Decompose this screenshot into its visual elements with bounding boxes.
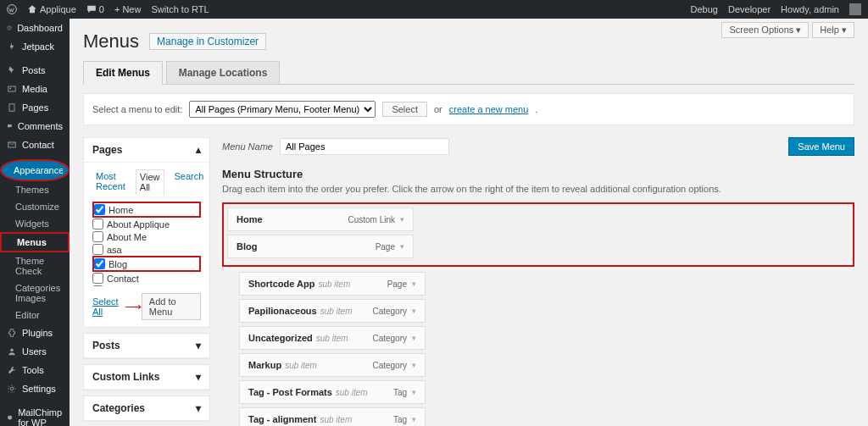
chevron-down-icon[interactable]: ▾ bbox=[412, 279, 416, 288]
svg-point-7 bbox=[10, 387, 14, 390]
new-content[interactable]: + New bbox=[114, 4, 141, 14]
menu-item-papilionaceous[interactable]: Papilionaceoussub itemCategory▾ bbox=[239, 299, 426, 323]
svg-point-3 bbox=[9, 88, 11, 90]
sidebar-item-pages[interactable]: Pages bbox=[0, 98, 70, 117]
checkbox[interactable] bbox=[92, 231, 103, 242]
pages-accordion: Pages▴ Most Recent View All Search Home … bbox=[83, 137, 210, 328]
developer-link[interactable]: Developer bbox=[728, 4, 771, 14]
wp-logo-icon[interactable] bbox=[7, 4, 17, 14]
select-button[interactable]: Select bbox=[382, 102, 427, 117]
chevron-down-icon[interactable]: ▾ bbox=[412, 334, 416, 342]
chevron-down-icon[interactable]: ▾ bbox=[400, 242, 404, 251]
menu-structure-heading: Menu Structure bbox=[222, 168, 854, 180]
arrow-annotation: ⟶ bbox=[125, 300, 142, 313]
sidebar-item-users[interactable]: Users bbox=[0, 342, 70, 361]
chevron-down-icon[interactable]: ▾ bbox=[412, 388, 416, 396]
nav-tabs: Edit Menus Manage Locations bbox=[83, 61, 854, 85]
sidebar-sub-theme-check[interactable]: Theme Check bbox=[0, 252, 70, 279]
page-check-blog[interactable]: Blog bbox=[92, 256, 201, 272]
sidebar-item-posts[interactable]: Posts bbox=[0, 61, 70, 80]
page-check-contact-other[interactable]: Contact Other bbox=[92, 285, 201, 286]
page-check-home[interactable]: Home bbox=[92, 202, 201, 218]
tab-view-all[interactable]: View All bbox=[136, 169, 164, 195]
sidebar-item-media[interactable]: Media bbox=[0, 80, 70, 98]
menu-item-markup[interactable]: Markupsub itemCategory▾ bbox=[239, 353, 426, 377]
sidebar-sub-categories-images[interactable]: Categories Images bbox=[0, 279, 70, 307]
tab-manage-locations[interactable]: Manage Locations bbox=[166, 61, 281, 84]
menu-item-tag---alignment[interactable]: Tag - alignmentsub itemTag▾ bbox=[239, 407, 426, 426]
menu-item-uncategorized[interactable]: Uncategorizedsub itemCategory▾ bbox=[239, 326, 426, 350]
create-new-menu-link[interactable]: create a new menu bbox=[449, 104, 529, 114]
page-check-asa[interactable]: asa bbox=[92, 243, 201, 256]
plugin-icon bbox=[7, 328, 17, 338]
site-name[interactable]: Applique bbox=[27, 4, 76, 14]
sidebar-sub-editor[interactable]: Editor bbox=[0, 307, 70, 324]
menu-select[interactable]: All Pages (Primary Menu, Footer Menu) bbox=[189, 101, 376, 118]
custom-links-accordion-head[interactable]: Custom Links▾ bbox=[84, 365, 209, 390]
posts-accordion-head[interactable]: Posts▾ bbox=[84, 334, 209, 358]
debug-link[interactable]: Debug bbox=[691, 4, 718, 14]
checkbox[interactable] bbox=[92, 219, 103, 230]
sidebar-item-mailchimp-for-wp[interactable]: MailChimp for WP bbox=[0, 403, 70, 426]
page-check-about-applique[interactable]: About Applique bbox=[92, 218, 201, 230]
menu-item-home[interactable]: HomeCustom Link▾ bbox=[227, 207, 414, 231]
screen-options-toggle[interactable]: Screen Options ▾ bbox=[721, 22, 809, 38]
svg-rect-2 bbox=[8, 86, 15, 91]
save-menu-button[interactable]: Save Menu bbox=[788, 137, 854, 156]
select-menu-label: Select a menu to edit: bbox=[92, 104, 182, 114]
pin-icon bbox=[7, 65, 17, 75]
svg-point-8 bbox=[8, 415, 12, 419]
howdy-user[interactable]: Howdy, admin bbox=[781, 4, 839, 14]
comments-count[interactable]: 0 bbox=[86, 4, 104, 14]
avatar[interactable] bbox=[849, 3, 861, 15]
chevron-down-icon[interactable]: ▾ bbox=[412, 361, 416, 369]
tab-edit-menus[interactable]: Edit Menus bbox=[83, 61, 163, 85]
sidebar-item-settings[interactable]: Settings bbox=[0, 379, 70, 398]
chevron-down-icon: ▾ bbox=[196, 340, 201, 351]
menu-item-blog[interactable]: BlogPage▾ bbox=[227, 235, 414, 258]
menu-name-input[interactable] bbox=[280, 138, 449, 155]
checkbox[interactable] bbox=[94, 204, 105, 215]
page-check-about-me[interactable]: About Me bbox=[92, 230, 201, 243]
or-text: or bbox=[434, 104, 442, 114]
sidebar-item-contact[interactable]: Contact bbox=[0, 136, 70, 154]
help-toggle[interactable]: Help ▾ bbox=[812, 22, 854, 38]
chevron-down-icon: ▾ bbox=[196, 402, 201, 414]
checkbox[interactable] bbox=[94, 258, 105, 269]
dashboard-icon bbox=[7, 23, 12, 33]
chevron-down-icon[interactable]: ▾ bbox=[412, 415, 416, 423]
categories-accordion-head[interactable]: Categories▾ bbox=[84, 396, 209, 421]
menu-item-shortcode-app[interactable]: Shortcode Appsub itemPage▾ bbox=[239, 272, 426, 296]
select-all-link[interactable]: Select All bbox=[92, 296, 125, 317]
chevron-up-icon: ▴ bbox=[196, 144, 201, 156]
tab-search[interactable]: Search bbox=[171, 169, 208, 195]
chevron-down-icon[interactable]: ▾ bbox=[400, 215, 404, 224]
sidebar-item-plugins[interactable]: Plugins bbox=[0, 324, 70, 342]
sidebar-item-jetpack[interactable]: Jetpack bbox=[0, 37, 70, 56]
gear-icon bbox=[7, 384, 17, 394]
menu-item-tag---post-formats[interactable]: Tag - Post Formatssub itemTag▾ bbox=[239, 380, 426, 404]
menu-structure-desc: Drag each item into the order you prefer… bbox=[222, 184, 854, 194]
sidebar-item-tools[interactable]: Tools bbox=[0, 361, 70, 379]
admin-sidebar: DashboardJetpackPostsMediaPagesCommentsC… bbox=[0, 19, 70, 426]
page-check-contact[interactable]: Contact bbox=[92, 272, 201, 285]
checkbox[interactable] bbox=[92, 273, 103, 284]
tab-most-recent[interactable]: Most Recent bbox=[92, 169, 129, 195]
svg-rect-4 bbox=[9, 104, 14, 111]
sidebar-item-dashboard[interactable]: Dashboard bbox=[0, 19, 70, 37]
add-to-menu-button[interactable]: Add to Menu bbox=[142, 293, 201, 320]
sidebar-item-appearance[interactable]: Appearance bbox=[0, 159, 70, 181]
user-icon bbox=[7, 346, 17, 357]
sidebar-item-comments[interactable]: Comments bbox=[0, 117, 70, 136]
sidebar-sub-widgets[interactable]: Widgets bbox=[0, 215, 70, 232]
sidebar-sub-customize[interactable]: Customize bbox=[0, 198, 70, 215]
pages-accordion-head[interactable]: Pages▴ bbox=[84, 138, 209, 163]
sidebar-sub-menus[interactable]: Menus bbox=[0, 232, 70, 252]
mail-icon bbox=[7, 140, 17, 150]
manage-customizer-link[interactable]: Manage in Customizer bbox=[149, 33, 266, 50]
sidebar-sub-themes[interactable]: Themes bbox=[0, 181, 70, 198]
chevron-down-icon[interactable]: ▾ bbox=[412, 307, 416, 315]
checkbox[interactable] bbox=[92, 244, 103, 255]
checkbox[interactable] bbox=[92, 285, 103, 286]
switch-rtl[interactable]: Switch to RTL bbox=[151, 4, 209, 14]
